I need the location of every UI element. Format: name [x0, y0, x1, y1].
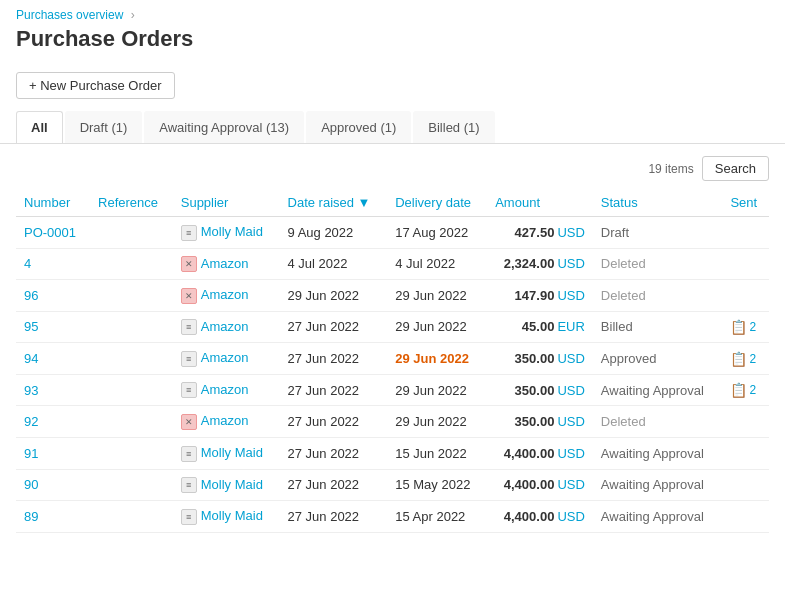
cell-status: Awaiting Approval — [593, 374, 723, 406]
col-header-date_raised[interactable]: Date raised ▼ — [280, 189, 388, 217]
cell-status: Awaiting Approval — [593, 501, 723, 533]
table-row[interactable]: 92✕Amazon27 Jun 202229 Jun 2022350.00USD… — [16, 406, 769, 438]
cell-date-raised: 9 Aug 2022 — [280, 217, 388, 249]
supplier-link[interactable]: Molly Maid — [201, 224, 263, 239]
tab-draft[interactable]: Draft (1) — [65, 111, 143, 143]
supplier-link[interactable]: Molly Maid — [201, 445, 263, 460]
items-count: 19 items — [648, 162, 693, 176]
currency-label: USD — [557, 383, 584, 398]
table-row[interactable]: 96✕Amazon29 Jun 202229 Jun 2022147.90USD… — [16, 280, 769, 312]
amount-value: 147.90 — [515, 288, 555, 303]
tab-awaiting[interactable]: Awaiting Approval (13) — [144, 111, 304, 143]
number-link[interactable]: 93 — [24, 383, 38, 398]
supplier-icon: ✕ — [181, 256, 197, 272]
sent-icon: 📋 — [730, 319, 747, 335]
search-button[interactable]: Search — [702, 156, 769, 181]
amount-value: 2,324.00 — [504, 256, 555, 271]
table-row[interactable]: 90≡Molly Maid27 Jun 202215 May 20224,400… — [16, 469, 769, 501]
number-link[interactable]: 91 — [24, 446, 38, 461]
sent-icon: 📋 — [730, 351, 747, 367]
cell-number: 91 — [16, 437, 90, 469]
supplier-link[interactable]: Amazon — [201, 350, 249, 365]
cell-supplier: ≡Molly Maid — [173, 469, 280, 501]
supplier-link[interactable]: Amazon — [201, 319, 249, 334]
number-link[interactable]: 89 — [24, 509, 38, 524]
supplier-icon: ≡ — [181, 446, 197, 462]
cell-supplier: ≡Molly Maid — [173, 437, 280, 469]
new-purchase-order-button[interactable]: + New Purchase Order — [16, 72, 175, 99]
cell-amount: 4,400.00USD — [487, 501, 593, 533]
cell-sent — [722, 501, 769, 533]
cell-reference — [90, 437, 173, 469]
supplier-link[interactable]: Amazon — [201, 256, 249, 271]
number-link[interactable]: PO-0001 — [24, 225, 76, 240]
cell-sent: 📋2 — [722, 311, 769, 343]
supplier-icon: ≡ — [181, 477, 197, 493]
cell-sent: 📋2 — [722, 343, 769, 375]
number-link[interactable]: 90 — [24, 477, 38, 492]
cell-date-raised: 27 Jun 2022 — [280, 501, 388, 533]
currency-label: USD — [557, 477, 584, 492]
number-link[interactable]: 95 — [24, 319, 38, 334]
cell-date-raised: 27 Jun 2022 — [280, 469, 388, 501]
cell-supplier: ≡Molly Maid — [173, 217, 280, 249]
cell-supplier: ≡Amazon — [173, 311, 280, 343]
currency-label: USD — [557, 351, 584, 366]
supplier-link[interactable]: Amazon — [201, 382, 249, 397]
supplier-link[interactable]: Amazon — [201, 413, 249, 428]
cell-sent — [722, 280, 769, 312]
col-header-status: Status — [593, 189, 723, 217]
cell-delivery-date: 29 Jun 2022 — [387, 343, 487, 375]
number-link[interactable]: 4 — [24, 256, 31, 271]
tab-all[interactable]: All — [16, 111, 63, 143]
supplier-link[interactable]: Amazon — [201, 287, 249, 302]
cell-sent — [722, 217, 769, 249]
number-link[interactable]: 96 — [24, 288, 38, 303]
number-link[interactable]: 92 — [24, 414, 38, 429]
cell-reference — [90, 501, 173, 533]
cell-status: Deleted — [593, 280, 723, 312]
cell-amount: 350.00USD — [487, 374, 593, 406]
cell-number: 95 — [16, 311, 90, 343]
table-row[interactable]: 94≡Amazon27 Jun 202229 Jun 2022350.00USD… — [16, 343, 769, 375]
tab-billed[interactable]: Billed (1) — [413, 111, 494, 143]
tab-approved[interactable]: Approved (1) — [306, 111, 411, 143]
cell-amount: 45.00EUR — [487, 311, 593, 343]
col-header-sent: Sent — [722, 189, 769, 217]
table-row[interactable]: 91≡Molly Maid27 Jun 202215 Jun 20224,400… — [16, 437, 769, 469]
cell-date-raised: 29 Jun 2022 — [280, 280, 388, 312]
breadcrumb-parent-link[interactable]: Purchases overview — [16, 8, 123, 22]
cell-sent: 📋2 — [722, 374, 769, 406]
supplier-link[interactable]: Molly Maid — [201, 508, 263, 523]
page-title: Purchase Orders — [0, 24, 785, 64]
supplier-icon: ≡ — [181, 319, 197, 335]
toolbar: + New Purchase Order — [0, 64, 785, 111]
table-row[interactable]: 89≡Molly Maid27 Jun 202215 Apr 20224,400… — [16, 501, 769, 533]
currency-label: USD — [557, 414, 584, 429]
cell-amount: 2,324.00USD — [487, 248, 593, 280]
cell-amount: 4,400.00USD — [487, 469, 593, 501]
cell-delivery-date: 29 Jun 2022 — [387, 280, 487, 312]
table-row[interactable]: 4✕Amazon4 Jul 20224 Jul 20222,324.00USDD… — [16, 248, 769, 280]
table-row[interactable]: 95≡Amazon27 Jun 202229 Jun 202245.00EURB… — [16, 311, 769, 343]
supplier-icon: ≡ — [181, 509, 197, 525]
cell-status: Approved — [593, 343, 723, 375]
table-row[interactable]: 93≡Amazon27 Jun 202229 Jun 2022350.00USD… — [16, 374, 769, 406]
currency-label: USD — [557, 446, 584, 461]
amount-value: 45.00 — [522, 319, 555, 334]
col-header-supplier: Supplier — [173, 189, 280, 217]
currency-label: USD — [557, 509, 584, 524]
amount-value: 427.50 — [515, 225, 555, 240]
cell-supplier: ✕Amazon — [173, 280, 280, 312]
table-row[interactable]: PO-0001≡Molly Maid9 Aug 202217 Aug 20224… — [16, 217, 769, 249]
cell-supplier: ≡Amazon — [173, 374, 280, 406]
cell-amount: 147.90USD — [487, 280, 593, 312]
currency-label: USD — [557, 288, 584, 303]
supplier-link[interactable]: Molly Maid — [201, 477, 263, 492]
cell-amount: 4,400.00USD — [487, 437, 593, 469]
amount-value: 4,400.00 — [504, 477, 555, 492]
cell-sent — [722, 469, 769, 501]
cell-delivery-date: 29 Jun 2022 — [387, 406, 487, 438]
breadcrumb: Purchases overview › — [0, 0, 785, 24]
number-link[interactable]: 94 — [24, 351, 38, 366]
